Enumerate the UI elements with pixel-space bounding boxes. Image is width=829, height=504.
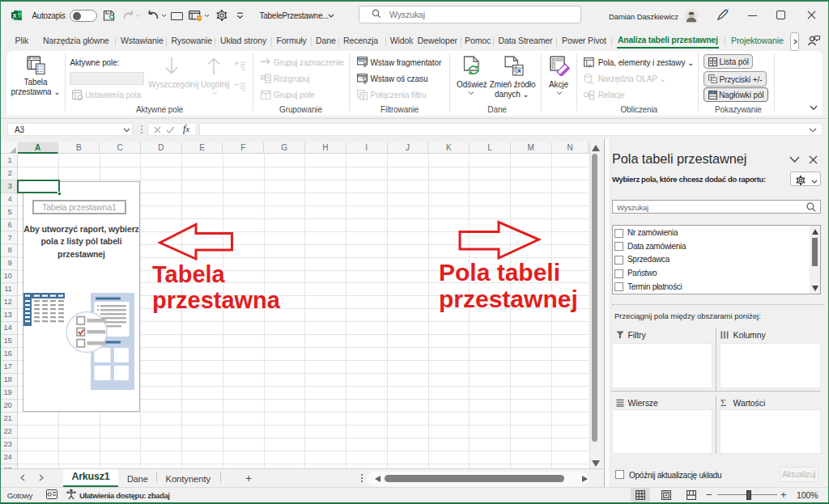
svg-text:fx: fx [590, 79, 594, 85]
svg-text:fx: fx [589, 62, 593, 68]
svg-text:X: X [13, 12, 17, 19]
svg-text:7: 7 [264, 93, 267, 99]
